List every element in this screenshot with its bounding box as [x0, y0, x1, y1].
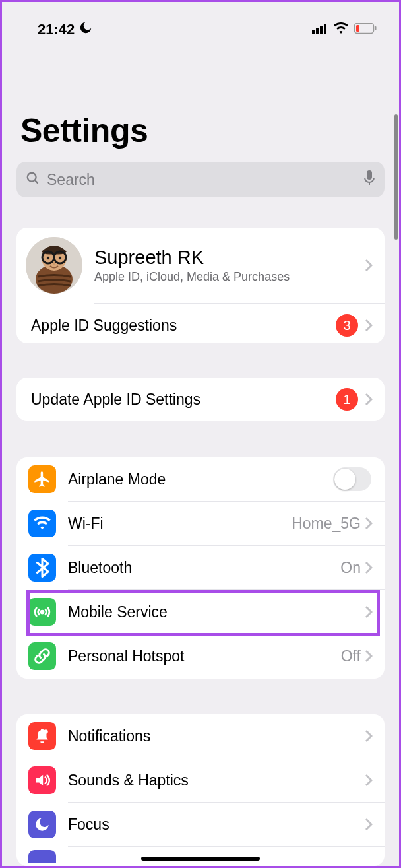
apple-id-suggestions-row[interactable]: Apple ID Suggestions 3	[16, 304, 385, 347]
profile-subtitle: Apple ID, iCloud, Media & Purchases	[94, 270, 365, 284]
svg-rect-5	[356, 25, 359, 32]
chevron-right-icon	[365, 319, 373, 332]
svg-point-28	[41, 611, 44, 613]
sounds-row[interactable]: Sounds & Haptics	[16, 758, 385, 802]
mobile-service-label: Mobile Service	[56, 603, 365, 621]
svg-rect-3	[324, 24, 326, 34]
svg-rect-6	[375, 26, 377, 30]
update-card: Update Apple ID Settings 1	[16, 378, 385, 421]
wifi-label: Wi-Fi	[56, 515, 292, 533]
antenna-icon	[28, 598, 56, 626]
search-icon	[26, 171, 40, 188]
chevron-right-icon	[365, 259, 373, 272]
wifi-icon	[28, 510, 56, 537]
bluetooth-value: On	[340, 559, 361, 577]
status-time-group: 21:42	[38, 20, 93, 39]
focus-row[interactable]: Focus	[16, 803, 385, 846]
profile-row[interactable]: Supreeth RK Apple ID, iCloud, Media & Pu…	[16, 228, 385, 303]
notifications-row[interactable]: Notifications	[16, 714, 385, 758]
partial-icon	[28, 850, 56, 863]
svg-point-25	[47, 257, 49, 259]
moon-icon	[28, 811, 56, 838]
badge: 1	[336, 388, 358, 411]
profile-card: Supreeth RK Apple ID, iCloud, Media & Pu…	[16, 228, 385, 343]
avatar	[26, 237, 82, 294]
update-apple-id-row[interactable]: Update Apple ID Settings 1	[16, 378, 385, 421]
home-indicator[interactable]	[141, 857, 260, 861]
focus-label: Focus	[56, 816, 365, 834]
status-time: 21:42	[38, 21, 75, 38]
status-icons	[312, 22, 377, 37]
chevron-right-icon	[365, 561, 373, 574]
hotspot-label: Personal Hotspot	[56, 648, 341, 665]
chevron-right-icon	[365, 729, 373, 743]
airplane-icon	[28, 465, 56, 493]
update-apple-id-label: Update Apple ID Settings	[31, 391, 336, 409]
wifi-icon	[333, 22, 349, 37]
chevron-right-icon	[365, 818, 373, 831]
chevron-right-icon	[365, 650, 373, 663]
profile-name: Supreeth RK	[94, 247, 365, 269]
wifi-row[interactable]: Wi-Fi Home_5G	[16, 502, 385, 545]
wifi-value: Home_5G	[292, 515, 361, 533]
sounds-label: Sounds & Haptics	[56, 772, 365, 789]
chevron-right-icon	[365, 774, 373, 787]
chevron-right-icon	[365, 393, 373, 406]
svg-point-7	[28, 173, 36, 182]
battery-icon	[354, 23, 377, 36]
link-icon	[28, 642, 56, 670]
search-field[interactable]	[16, 162, 385, 197]
airplane-label: Airplane Mode	[56, 471, 333, 488]
chevron-right-icon	[365, 517, 373, 530]
cellular-icon	[312, 23, 328, 36]
moon-icon	[78, 20, 93, 39]
microphone-icon[interactable]	[363, 170, 375, 189]
svg-line-8	[35, 180, 38, 184]
svg-point-26	[59, 257, 61, 259]
svg-point-29	[44, 729, 48, 734]
mobile-service-row[interactable]: Mobile Service	[16, 590, 385, 634]
scrollbar[interactable]	[394, 114, 398, 240]
apple-id-suggestions-label: Apple ID Suggestions	[31, 317, 336, 335]
bluetooth-row[interactable]: Bluetooth On	[16, 546, 385, 589]
bluetooth-label: Bluetooth	[56, 559, 340, 577]
bell-icon	[28, 722, 56, 750]
svg-rect-9	[367, 170, 372, 180]
svg-point-27	[53, 261, 55, 265]
svg-rect-1	[316, 28, 319, 34]
notifications-label: Notifications	[56, 727, 365, 745]
badge: 3	[336, 314, 358, 337]
search-input[interactable]	[47, 171, 357, 189]
chevron-right-icon	[365, 605, 373, 618]
personal-hotspot-row[interactable]: Personal Hotspot Off	[16, 634, 385, 678]
general-card: Notifications Sounds & Haptics Focus	[16, 714, 385, 866]
svg-rect-2	[320, 26, 323, 34]
bluetooth-icon	[28, 554, 56, 582]
page-title: Settings	[2, 39, 399, 162]
hotspot-value: Off	[341, 648, 361, 665]
status-bar: 21:42	[2, 2, 399, 39]
airplane-toggle[interactable]	[333, 467, 371, 491]
connectivity-card: Airplane Mode Wi-Fi Home_5G Bluetooth On…	[16, 457, 385, 679]
svg-rect-0	[312, 30, 315, 34]
airplane-mode-row[interactable]: Airplane Mode	[16, 457, 385, 501]
speaker-icon	[28, 766, 56, 794]
